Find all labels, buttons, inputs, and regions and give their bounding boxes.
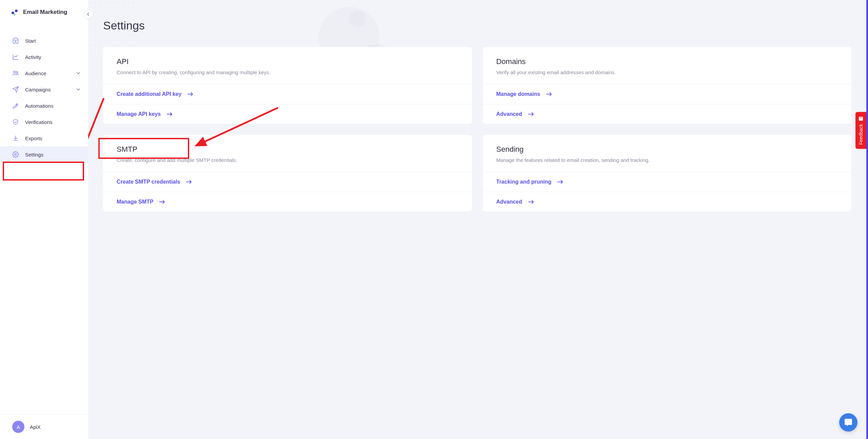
link-label: Advanced	[496, 199, 522, 205]
card-sending: Sending Manage the features related to e…	[483, 135, 852, 212]
sidebar-item-exports[interactable]: Exports	[0, 130, 88, 146]
arrow-right-icon	[166, 112, 173, 117]
avatar: A	[12, 421, 24, 433]
arrow-right-icon	[557, 180, 564, 184]
feedback-label: Feedback	[858, 124, 864, 145]
link-label: Create additional API key	[117, 91, 181, 97]
sidebar-item-label: Audience	[25, 70, 46, 76]
sidebar-item-automations[interactable]: Automations	[0, 98, 88, 114]
card-title: Domains	[496, 57, 838, 66]
sidebar-user[interactable]: A ApiX	[0, 414, 88, 439]
sidebar-item-activity[interactable]: Activity	[0, 49, 88, 65]
sidebar-item-settings[interactable]: Settings	[0, 146, 88, 163]
card-title: Sending	[496, 145, 838, 154]
download-icon	[12, 135, 19, 142]
svg-point-1	[15, 9, 18, 12]
sidebar-item-label: Verifications	[25, 119, 53, 125]
paper-plane-icon	[12, 86, 19, 93]
settings-card-grid: API Connect to API by creating, configur…	[88, 32, 866, 227]
card-title: SMTP	[117, 145, 458, 154]
sidebar: Email Marketing Start Activity	[0, 0, 88, 439]
link-label: Tracking and pruning	[496, 179, 552, 185]
link-manage-smtp[interactable]: Manage SMTP	[103, 192, 472, 212]
svg-point-2	[14, 14, 15, 15]
arrow-right-icon	[159, 200, 165, 204]
arrow-right-icon	[528, 200, 534, 204]
card-domains: Domains Verify all your existing email a…	[483, 47, 852, 124]
svg-point-4	[15, 41, 16, 42]
sidebar-item-label: Start	[25, 38, 36, 44]
chevron-down-icon	[77, 71, 80, 75]
link-domains-advanced[interactable]: Advanced	[483, 104, 852, 124]
link-label: Manage API keys	[117, 111, 161, 117]
card-header: SMTP Create, configure and add multiple …	[103, 135, 472, 172]
link-sending-advanced[interactable]: Advanced	[483, 192, 852, 212]
card-header: Sending Manage the features related to e…	[483, 135, 852, 172]
sidebar-item-label: Activity	[25, 54, 41, 60]
sidebar-item-label: Exports	[25, 135, 42, 141]
arrow-right-icon	[187, 92, 194, 97]
link-label: Advanced	[496, 111, 522, 117]
app-name: Email Marketing	[23, 9, 67, 16]
sidebar-nav: Start Activity Audience	[0, 24, 88, 414]
card-header: API Connect to API by creating, configur…	[103, 47, 472, 84]
link-tracking-pruning[interactable]: Tracking and pruning	[483, 172, 852, 192]
sidebar-item-verifications[interactable]: Verifications	[0, 114, 88, 130]
link-create-smtp-credentials[interactable]: Create SMTP credentials	[103, 172, 472, 192]
page-title: Settings	[88, 0, 866, 32]
link-create-api-key[interactable]: Create additional API key	[103, 84, 472, 104]
svg-point-5	[14, 71, 16, 73]
shield-check-icon	[12, 119, 19, 125]
chat-icon	[844, 418, 853, 427]
svg-rect-3	[13, 40, 18, 43]
arrow-right-icon	[528, 112, 534, 117]
card-description: Manage the features related to email cre…	[496, 157, 838, 163]
card-api: API Connect to API by creating, configur…	[103, 47, 472, 124]
users-icon	[12, 70, 19, 77]
main-content: Settings API Connect to API by creating,…	[88, 0, 868, 439]
house-icon	[12, 37, 19, 44]
svg-point-12	[861, 119, 862, 119]
card-smtp: SMTP Create, configure and add multiple …	[103, 135, 472, 212]
user-name: ApiX	[30, 424, 41, 430]
smiley-icon	[858, 116, 864, 121]
logo-icon	[11, 8, 19, 16]
gear-icon	[12, 151, 19, 158]
arrow-right-icon	[546, 92, 552, 97]
chart-line-icon	[12, 54, 19, 60]
sidebar-item-label: Settings	[25, 152, 43, 158]
card-description: Connect to API by creating, configuring …	[117, 69, 458, 75]
svg-point-8	[15, 154, 17, 155]
link-manage-domains[interactable]: Manage domains	[483, 84, 852, 104]
svg-point-0	[12, 12, 14, 14]
sidebar-item-audience[interactable]: Audience	[0, 65, 88, 81]
sidebar-item-campaigns[interactable]: Campaigns	[0, 81, 88, 98]
chat-launcher[interactable]	[839, 413, 857, 432]
rocket-icon	[12, 102, 19, 109]
link-label: Manage SMTP	[117, 199, 153, 205]
svg-rect-11	[859, 117, 863, 121]
svg-point-6	[16, 71, 18, 73]
link-label: Create SMTP credentials	[117, 179, 180, 185]
sidebar-item-label: Campaigns	[25, 87, 51, 92]
sidebar-item-start[interactable]: Start	[0, 33, 88, 49]
card-header: Domains Verify all your existing email a…	[483, 47, 852, 84]
svg-point-7	[16, 104, 17, 105]
card-description: Verify all your existing email addresses…	[496, 69, 838, 75]
chevron-down-icon	[77, 88, 80, 91]
sidebar-item-label: Automations	[25, 103, 53, 109]
sidebar-header: Email Marketing	[0, 0, 88, 24]
svg-point-13	[860, 119, 861, 119]
feedback-tab[interactable]: Feedback	[855, 112, 866, 149]
link-label: Manage domains	[496, 91, 540, 97]
card-description: Create, configure and add multiple SMTP …	[117, 157, 458, 163]
link-manage-api-keys[interactable]: Manage API keys	[103, 104, 472, 124]
arrow-right-icon	[185, 180, 192, 184]
card-title: API	[117, 57, 458, 66]
